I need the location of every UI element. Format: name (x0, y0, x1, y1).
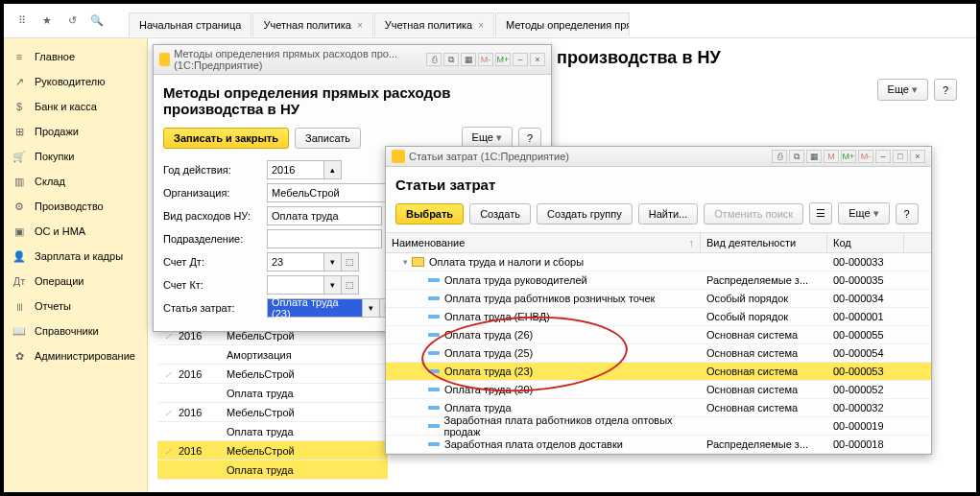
sidebar-item[interactable]: ⫼Отчеты (4, 294, 147, 319)
sidebar-item[interactable]: $Банк и касса (4, 94, 147, 119)
row-code: 00-000033 (827, 256, 904, 268)
m-icon[interactable]: M (824, 150, 839, 163)
col-code[interactable]: Код (827, 233, 904, 252)
print-icon[interactable]: ⎙ (426, 53, 442, 66)
col-activity[interactable]: Вид деятельности (701, 233, 827, 252)
table-row[interactable]: ⟋2016МебельСтрой (157, 441, 388, 461)
more-button[interactable]: Еще (838, 202, 889, 224)
tab-policy-1[interactable]: Учетная политика× (252, 12, 372, 36)
maximize-icon[interactable]: □ (893, 150, 908, 163)
sidebar-item-label: Банк и касса (35, 101, 97, 112)
table-row[interactable]: ⟋2016МебельСтрой (157, 403, 388, 422)
kt-label: Счет Кт: (163, 279, 267, 291)
dt-input[interactable] (267, 252, 324, 272)
create-group-button[interactable]: Создать группу (537, 203, 633, 224)
sidebar-item[interactable]: 📖Справочники (4, 319, 147, 343)
tool-icon[interactable]: ▦ (806, 150, 822, 163)
help-button[interactable]: ? (934, 79, 957, 101)
row-code: 00-000054 (827, 347, 904, 359)
dropdown-icon[interactable]: ▾ (324, 275, 342, 295)
tab-policy-2[interactable]: Учетная политика× (374, 12, 494, 36)
close-icon[interactable]: × (530, 53, 545, 66)
year-input[interactable] (267, 160, 324, 179)
table-row[interactable]: ▾Оплата труда и налоги и сборы00-000033 (386, 253, 931, 272)
more-button[interactable]: Еще (877, 79, 928, 101)
type-input[interactable] (267, 206, 382, 225)
dropdown-icon[interactable]: ▾ (363, 298, 380, 318)
table-row[interactable]: Оплата труда (23)Основная система00-0000… (386, 363, 931, 381)
dept-input[interactable] (267, 229, 382, 248)
type-label: Вид расходов НУ: (163, 210, 267, 222)
tab-home[interactable]: Начальная страница (129, 12, 251, 36)
dropdown-icon[interactable]: ▾ (324, 252, 342, 272)
table-row[interactable]: Оплата труда (ЕНВД)Особый порядок00-0000… (386, 308, 931, 326)
minimize-icon[interactable]: – (875, 150, 891, 163)
row-activity: Особый порядок (701, 311, 827, 322)
m-plus-icon[interactable]: M+ (495, 53, 511, 66)
dialog-titlebar[interactable]: Статьи затрат (1С:Предприятие) ⎙ ⧉ ▦ M M… (386, 147, 931, 167)
sidebar-item[interactable]: ДтОперации (4, 269, 147, 294)
dialog-titlebar[interactable]: Методы определения прямых расходов про..… (154, 45, 551, 75)
minimize-icon[interactable]: – (513, 53, 528, 66)
table-row[interactable]: Оплата труда (157, 422, 388, 441)
table-row[interactable]: Заработная плата работников отдела оптов… (386, 417, 931, 436)
app-icon (159, 53, 170, 66)
m-plus-icon[interactable]: M+ (841, 150, 856, 163)
cancel-find-button[interactable]: Отменить поиск (704, 203, 803, 224)
sidebar-item[interactable]: ✿Администрирование (4, 343, 147, 368)
table-row[interactable]: Оплата труда (25)Основная система00-0000… (386, 344, 931, 363)
copy-icon[interactable]: ⧉ (789, 150, 804, 163)
table-row[interactable]: Оплата труда (20)Основная система00-0000… (386, 381, 931, 399)
sidebar-item[interactable]: ⊞Продажи (4, 119, 147, 144)
col-name[interactable]: Наименование ↑ (386, 233, 701, 252)
sidebar-item-label: ОС и НМА (35, 225, 85, 237)
help-button[interactable]: ? (896, 203, 919, 224)
row-name: Оплата труда и налоги и сборы (429, 256, 584, 268)
print-icon[interactable]: ⎙ (772, 150, 787, 163)
table-row[interactable]: Оплата труда (157, 384, 388, 403)
select-button[interactable]: Выбрать (395, 203, 464, 224)
sidebar-item-label: Руководителю (35, 76, 105, 87)
m-minus-icon[interactable]: M- (478, 53, 493, 66)
tab-label: Методы определения прямых расходов произ… (506, 19, 630, 31)
m-minus-icon[interactable]: M- (858, 150, 873, 163)
tab-methods[interactable]: Методы определения прямых расходов произ… (495, 12, 630, 36)
list-mode-icon[interactable]: ☰ (809, 202, 832, 224)
tab-label: Начальная страница (139, 19, 241, 31)
close-icon[interactable]: × (910, 150, 925, 163)
table-row[interactable]: Оплата труда (157, 461, 388, 480)
close-icon[interactable]: × (357, 20, 363, 31)
sidebar-icon: ↗ (12, 74, 27, 89)
row-name: Оплата труда (444, 402, 512, 413)
tool-icon[interactable]: ▦ (461, 53, 476, 66)
sidebar-item[interactable]: ▥Склад (4, 169, 147, 194)
table-row[interactable]: Оплата труда работников розничных точекО… (386, 290, 931, 308)
close-icon[interactable]: × (478, 20, 484, 31)
row-activity: Основная система (701, 329, 827, 341)
table-row[interactable]: Оплата труда (26)Основная система00-0000… (386, 326, 931, 344)
table-row[interactable]: Амортизация (157, 345, 388, 365)
table-row[interactable]: Оплата труда руководителейРаспределяемые… (386, 272, 931, 290)
open-icon[interactable]: ⬚ (342, 252, 359, 272)
sidebar-item[interactable]: ↗Руководителю (4, 69, 147, 94)
find-button[interactable]: Найти... (638, 203, 699, 224)
table-row[interactable]: ⟋2016МебельСтрой (157, 365, 388, 384)
sidebar-item[interactable]: ≡Главное (4, 44, 147, 69)
save-close-button[interactable]: Записать и закрыть (163, 128, 289, 149)
copy-icon[interactable]: ⧉ (443, 53, 459, 66)
sidebar-item[interactable]: ⚙Производство (4, 194, 147, 219)
sidebar-icon: 👤 (12, 248, 27, 264)
create-button[interactable]: Создать (469, 203, 531, 224)
item-icon (428, 278, 440, 282)
kt-input[interactable] (267, 275, 324, 295)
save-button[interactable]: Записать (295, 128, 361, 149)
sidebar-item[interactable]: ▣ОС и НМА (4, 219, 147, 244)
table-row[interactable]: Заработная плата отделов доставкиРаспред… (386, 436, 931, 454)
open-icon[interactable]: ⬚ (342, 275, 359, 295)
spin-up-icon[interactable]: ▴ (324, 160, 342, 179)
sidebar-item[interactable]: 👤Зарплата и кадры (4, 244, 147, 269)
sidebar-item[interactable]: 🛒Покупки (4, 144, 147, 169)
tab-label: Учетная политика (263, 19, 350, 31)
sidebar-item-label: Зарплата и кадры (35, 250, 123, 262)
article-input[interactable]: Оплата труда (23) (267, 298, 363, 318)
